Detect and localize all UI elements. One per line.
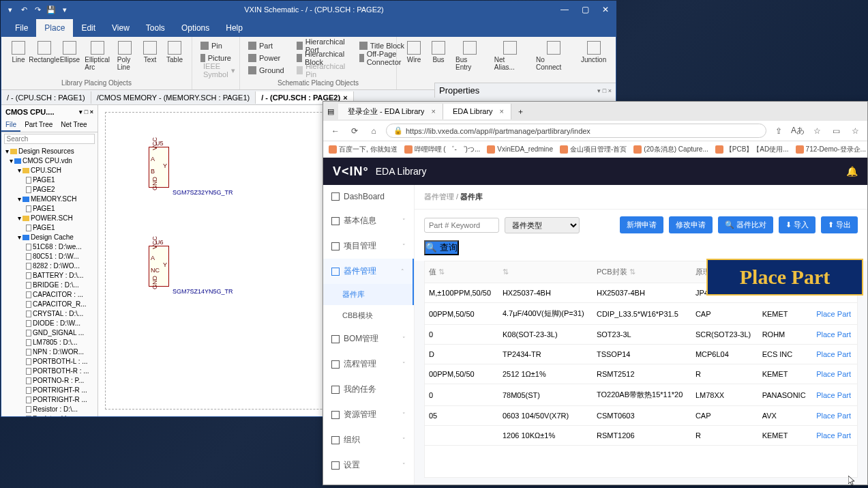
menu-options[interactable]: Options — [173, 19, 218, 37]
ribbon-ellipse[interactable]: Ellipse — [58, 40, 81, 72]
tree-node[interactable]: Resistor_Var : ... — [1, 414, 98, 416]
ribbon-poly-line[interactable]: Poly Line — [113, 40, 137, 72]
close-icon[interactable]: × — [431, 107, 435, 115]
keyword-input[interactable] — [424, 218, 499, 233]
project-tree[interactable]: ▾Design Resources▾CMOS CPU.vdn▾CPU.SCHPA… — [1, 145, 98, 416]
ribbon-bus-entry[interactable]: Bus Entry — [451, 40, 489, 72]
tree-node[interactable]: LM7805 : D:\... — [1, 338, 98, 347]
favorite-icon[interactable]: ☆ — [810, 126, 824, 136]
tree-search-input[interactable] — [4, 134, 95, 144]
tree-node[interactable]: PORTBOTH-R : ... — [1, 367, 98, 376]
table-row[interactable]: DTP2434-TRTSSOP14MCP6L04ECS INCPlace Par… — [425, 345, 857, 364]
browser-tab-1[interactable]: EDA Library× — [443, 104, 511, 119]
qat-save-icon[interactable]: 💾 — [46, 5, 56, 14]
modify-request-button[interactable]: 修改申请 — [669, 216, 713, 233]
address-bar[interactable]: 🔒 https://lib.vxeda.com/app#/partmanage/… — [386, 124, 766, 138]
new-tab-button[interactable]: ＋ — [511, 104, 530, 119]
table-header[interactable]: ⇅ — [498, 261, 593, 283]
tree-node[interactable]: GND_SIGNAL ... — [1, 328, 98, 338]
tree-node[interactable]: PORTRIGHT-R ... — [1, 386, 98, 395]
close-button[interactable]: ✕ — [595, 5, 616, 14]
tree-node[interactable]: BATTERY : D:\... — [1, 271, 98, 281]
bell-icon[interactable]: 🔔 — [846, 166, 858, 177]
sidebar-item[interactable]: 项目管理˅ — [323, 233, 414, 259]
table-row[interactable]: 00PPM,50/502512 1Ω±1%RSMT2512RKEMETPlace… — [425, 364, 857, 384]
place-part-link[interactable]: Place Part — [812, 345, 857, 364]
menu-place[interactable]: Place — [36, 19, 73, 37]
place-part-link[interactable]: Place Part — [812, 325, 857, 345]
subtab-part-tree[interactable]: Part Tree — [20, 119, 57, 132]
table-row[interactable]: 050603 104/50V(X7R)CSMT0603CAPAVXPlace P… — [425, 406, 857, 426]
subtab-file[interactable]: File — [1, 119, 20, 132]
ribbon-rectangle[interactable]: Rectangle — [31, 40, 57, 72]
tree-node[interactable]: CAPACITOR_R... — [1, 300, 98, 309]
ribbon-hpin[interactable]: Hierarchical Pin — [294, 64, 350, 76]
tree-node[interactable]: ▾CMOS CPU.vdn — [1, 156, 98, 166]
extensions-icon[interactable]: ☆ — [848, 126, 862, 136]
ribbon-junction[interactable]: Junction — [577, 40, 610, 72]
sidebar-item[interactable]: 器件库 — [323, 284, 414, 305]
tree-node[interactable]: PORTBOTH-L : ... — [1, 357, 98, 367]
new-request-button[interactable]: 新增申请 — [620, 216, 663, 233]
place-part-link[interactable]: Place Part — [812, 426, 857, 446]
table-row[interactable]: 0K08(SOT-23-3L)SOT23-3LSCR(SOT23-3L)ROHM… — [425, 325, 857, 345]
component-u5[interactable]: A B Y VCC GND — [149, 147, 169, 188]
share-icon[interactable]: ⇪ — [772, 126, 785, 136]
tree-node[interactable]: PORTRIGHT-R ... — [1, 395, 98, 405]
sidebar-item[interactable]: CBB模块 — [323, 305, 414, 326]
sidebar-item[interactable]: 组织˅ — [323, 427, 414, 453]
sidebar-item[interactable]: 资源管理˅ — [323, 402, 414, 427]
ribbon-line[interactable]: Line — [7, 40, 30, 72]
tree-node[interactable]: CRYSTAL : D:\... — [1, 309, 98, 319]
ribbon-bus[interactable]: Bus — [427, 40, 450, 72]
place-part-link[interactable]: Place Part — [812, 384, 857, 406]
table-header[interactable]: 值 ⇅ — [425, 261, 498, 283]
place-part-link[interactable]: Place Part — [812, 303, 857, 325]
menu-view[interactable]: View — [104, 19, 138, 37]
tree-node[interactable]: 51C68 : D:\we... — [1, 242, 98, 252]
bookmark-item[interactable]: 哔哩哔哩 ( ゜- ゜)つ... — [404, 145, 481, 154]
maximize-button[interactable]: ▢ — [575, 5, 595, 14]
ribbon-power[interactable]: Power — [245, 52, 287, 64]
bookmark-item[interactable]: VxinEDA_redmine — [487, 145, 553, 154]
tree-node[interactable]: PAGE2 — [1, 185, 98, 195]
import-button[interactable]: ⬇ 导入 — [779, 216, 815, 233]
subtab-net-tree[interactable]: Net Tree — [57, 119, 91, 132]
tree-node[interactable]: PAGE1 — [1, 175, 98, 185]
tree-node[interactable]: PAGE1 — [1, 223, 98, 233]
sidebar-item[interactable]: 器件管理˄ — [323, 259, 414, 284]
qat-undo-icon[interactable]: ↶ — [19, 5, 29, 14]
ribbon-ground[interactable]: Ground — [245, 64, 287, 76]
tree-node[interactable]: DIODE : D:\W... — [1, 319, 98, 328]
sidebar-item[interactable]: 流程管理˅ — [323, 351, 414, 377]
nav-home-icon[interactable]: ⌂ — [367, 126, 380, 136]
bookmark-item[interactable]: 【PCB】【AD使用... — [715, 145, 789, 154]
browser-tab-0[interactable]: 登录企业 - EDA Library× — [338, 104, 443, 119]
close-icon[interactable]: × — [500, 107, 504, 115]
tree-node[interactable]: ▾Design Cache — [1, 233, 98, 242]
export-button[interactable]: ⬆ 导出 — [821, 216, 858, 233]
table-header[interactable]: PCB封装 ⇅ — [593, 261, 691, 283]
tree-node[interactable]: ▾POWER.SCH — [1, 214, 98, 223]
doc-tab-1[interactable]: /CMOS MEMORY - (MEMORY.SCH : PAGE1) — [91, 91, 256, 104]
nav-back-icon[interactable]: ← — [329, 126, 342, 136]
ribbon-ieee[interactable]: IEEE Symbol ▾ — [198, 64, 234, 76]
sidebar-item[interactable]: DashBoard — [323, 185, 414, 208]
ribbon-net-alias-[interactable]: Net Alias... — [490, 40, 530, 72]
table-row[interactable]: 00PPM,50/504.7μF/400V(短脚)(P=31)CDIP_L33.… — [425, 303, 857, 325]
menu-edit[interactable]: Edit — [73, 19, 104, 37]
type-select[interactable]: 器件类型 — [505, 217, 580, 233]
qat-menu-icon[interactable]: ▾ — [5, 5, 15, 14]
ribbon-table[interactable]: Table — [163, 40, 186, 72]
ribbon-part[interactable]: Part — [245, 40, 287, 52]
compare-button[interactable]: 🔍 器件比对 — [718, 216, 773, 233]
tree-node[interactable]: Resistor : D:\... — [1, 405, 98, 414]
tree-node[interactable]: ▾MEMORY.SCH — [1, 195, 98, 204]
search-button[interactable]: 🔍 查询 — [424, 240, 459, 255]
component-u6[interactable]: A NC Y VCC GND — [149, 246, 169, 287]
bookmark-item[interactable]: 金山项目管理-首页 — [560, 145, 627, 154]
nav-refresh-icon[interactable]: ⟳ — [348, 126, 361, 136]
ribbon-pin[interactable]: Pin — [198, 40, 234, 52]
tree-node[interactable]: NPN : D:\WOR... — [1, 347, 98, 357]
tree-node[interactable]: BRIDGE : D:\... — [1, 281, 98, 290]
